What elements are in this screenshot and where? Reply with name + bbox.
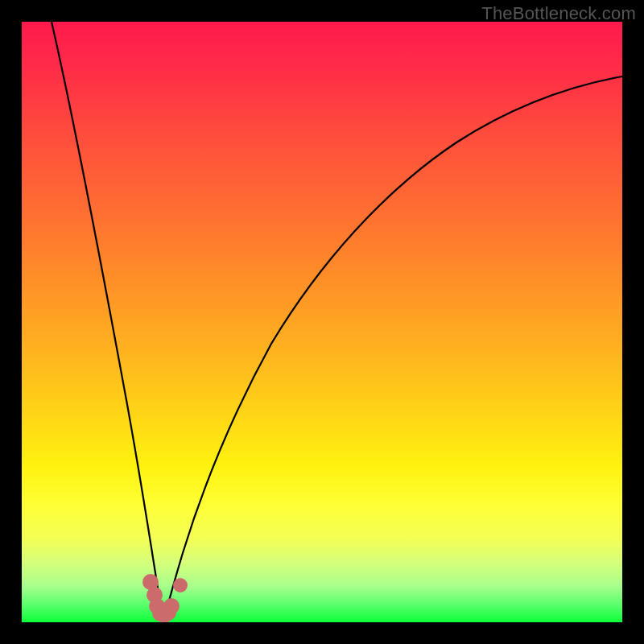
curve-right-branch: [163, 76, 622, 622]
plot-area: [22, 22, 622, 622]
watermark-text: TheBottleneck.com: [481, 3, 636, 24]
highlight-dots: [142, 574, 188, 622]
chart-frame: TheBottleneck.com: [0, 0, 644, 644]
svg-point-7: [173, 578, 188, 592]
curve-left-branch: [52, 22, 163, 622]
svg-point-6: [163, 598, 180, 614]
curve-layer: [22, 22, 622, 622]
